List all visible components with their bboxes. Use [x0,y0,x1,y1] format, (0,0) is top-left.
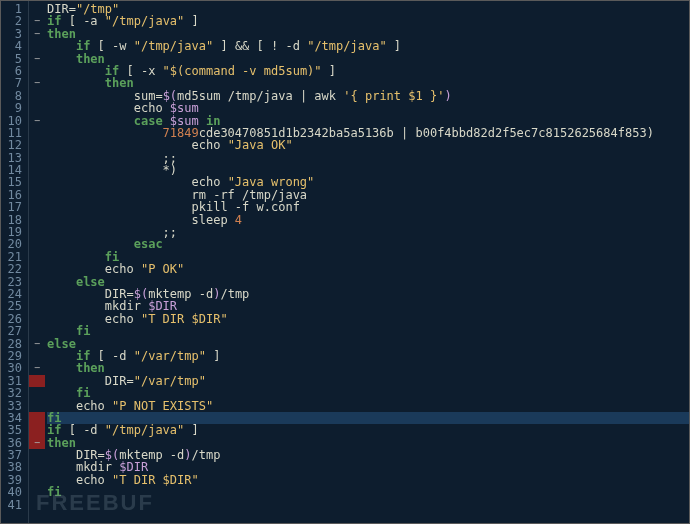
code-line[interactable]: if [ -a "/tmp/java" ] [47,15,689,27]
fold-marker [29,263,45,275]
fold-marker [29,214,45,226]
fold-marker [29,189,45,201]
line-number: 9 [5,102,22,114]
code-line[interactable]: DIR="/var/tmp" [47,375,689,387]
fold-marker [29,499,45,511]
fold-marker [29,226,45,238]
line-number: 12 [5,139,22,151]
fold-marker [29,164,45,176]
code-line[interactable] [47,499,689,511]
fold-marker [29,474,45,486]
fold-marker [29,300,45,312]
fold-marker [29,40,45,52]
fold-column: −− − − − − − − [29,1,45,523]
fold-marker[interactable]: − [29,53,45,65]
fold-marker[interactable]: − [29,338,45,350]
fold-marker[interactable]: − [29,115,45,127]
code-line[interactable]: fi [47,486,689,498]
fold-marker [29,3,45,15]
fold-marker [29,449,45,461]
fold-marker[interactable] [29,424,45,436]
fold-marker [29,313,45,325]
code-line[interactable]: if [ -d "/tmp/java" ] [47,424,689,436]
fold-marker[interactable]: − [29,437,45,449]
code-line[interactable]: if [ -x "$(command -v md5sum)" ] [47,65,689,77]
fold-marker [29,152,45,164]
line-number: 32 [5,387,22,399]
fold-marker [29,387,45,399]
fold-marker [29,276,45,288]
line-number: 22 [5,263,22,275]
line-number: 41 [5,499,22,511]
code-line[interactable]: fi [47,325,689,337]
fold-marker[interactable]: − [29,77,45,89]
fold-marker [29,65,45,77]
line-number: 15 [5,176,22,188]
fold-marker [29,201,45,213]
code-line[interactable]: echo "P OK" [47,263,689,275]
line-number: 40 [5,486,22,498]
fold-marker [29,288,45,300]
fold-marker[interactable] [29,375,45,387]
line-number: 25 [5,300,22,312]
line-number: 17 [5,201,22,213]
line-number: 38 [5,461,22,473]
code-line[interactable]: echo "P NOT EXISTS" [47,400,689,412]
fold-marker [29,238,45,250]
fold-marker [29,251,45,263]
fold-marker [29,400,45,412]
fold-marker [29,139,45,151]
fold-marker [29,102,45,114]
fold-marker[interactable]: − [29,362,45,374]
line-number-gutter: 1234567891011121314151617181920212223242… [1,1,29,523]
fold-marker [29,461,45,473]
fold-marker[interactable] [29,412,45,424]
line-number: 30 [5,362,22,374]
line-number: 35 [5,424,22,436]
code-line[interactable]: echo "T DIR $DIR" [47,474,689,486]
fold-marker [29,176,45,188]
code-editor: 1234567891011121314151617181920212223242… [1,1,689,523]
code-line[interactable]: if [ -w "/tmp/java" ] && [ ! -d "/tmp/ja… [47,40,689,52]
fold-marker [29,127,45,139]
fold-marker [29,90,45,102]
code-area[interactable]: DIR="/tmp"if [ -a "/tmp/java" ]then if [… [45,1,689,523]
line-number: 7 [5,77,22,89]
line-number: 27 [5,325,22,337]
fold-marker [29,325,45,337]
fold-marker [29,350,45,362]
code-line[interactable]: esac [47,238,689,250]
fold-marker[interactable]: − [29,15,45,27]
fold-marker[interactable]: − [29,28,45,40]
fold-marker [29,486,45,498]
code-line[interactable]: if [ -d "/var/tmp" ] [47,350,689,362]
line-number: 20 [5,238,22,250]
code-line[interactable]: echo "T DIR $DIR" [47,313,689,325]
line-number: 2 [5,15,22,27]
line-number: 4 [5,40,22,52]
